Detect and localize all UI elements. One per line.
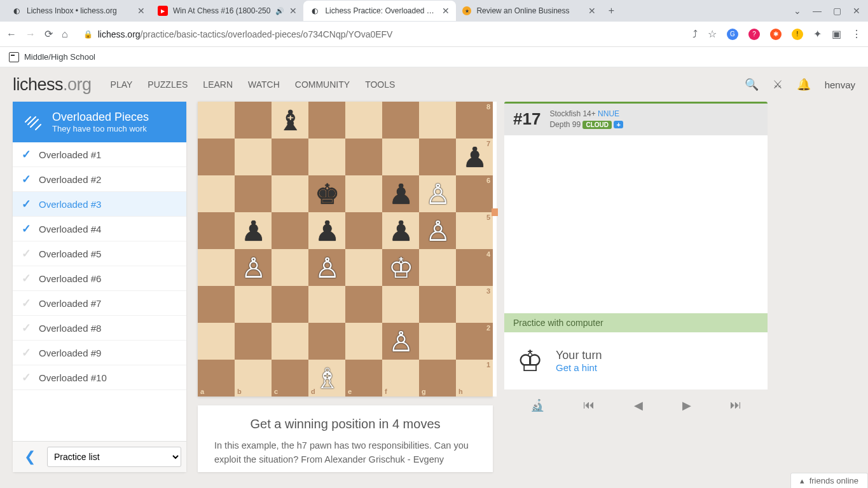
- square-f8[interactable]: [382, 102, 419, 139]
- square-d4[interactable]: ♙: [308, 249, 345, 286]
- square-e2[interactable]: [345, 323, 382, 360]
- square-h5[interactable]: 5: [456, 212, 493, 249]
- site-logo[interactable]: lichess.org: [13, 75, 92, 95]
- square-g2[interactable]: [419, 323, 456, 360]
- nav-learn[interactable]: LEARN: [203, 79, 233, 90]
- nav-play[interactable]: PLAY: [111, 79, 133, 90]
- puzzle-item[interactable]: ✓Overloaded #2: [13, 167, 186, 192]
- puzzle-item[interactable]: ✓Overloaded #4: [13, 217, 186, 241]
- back-icon[interactable]: ←: [6, 29, 17, 40]
- square-f4[interactable]: ♔: [382, 249, 419, 286]
- sidepanel-icon[interactable]: ▣: [832, 28, 841, 40]
- square-h2[interactable]: 2: [456, 323, 493, 360]
- square-g3[interactable]: [419, 286, 456, 323]
- square-g4[interactable]: [419, 249, 456, 286]
- extension-icon[interactable]: !: [792, 29, 803, 40]
- square-c6[interactable]: [272, 175, 308, 212]
- square-a5[interactable]: [198, 212, 235, 249]
- piece[interactable]: ♟: [315, 215, 340, 247]
- square-g1[interactable]: g: [419, 360, 456, 396]
- bookmark-item[interactable]: Middle/High School: [24, 52, 95, 62]
- square-a8[interactable]: [198, 102, 235, 139]
- square-a7[interactable]: [198, 139, 235, 175]
- search-icon[interactable]: 🔍: [745, 78, 759, 92]
- browser-tab[interactable]: ◐ Lichess Inbox • lichess.org ✕: [5, 1, 151, 21]
- puzzle-item[interactable]: ✓Overloaded #8: [13, 316, 186, 341]
- square-h1[interactable]: 1h: [456, 360, 493, 396]
- first-move-icon[interactable]: ⏮: [583, 398, 595, 412]
- square-c3[interactable]: [272, 286, 308, 323]
- piece[interactable]: ♙: [241, 252, 266, 284]
- next-move-icon[interactable]: ▶: [682, 398, 691, 412]
- back-button[interactable]: ❮: [18, 449, 42, 465]
- tab-close-icon[interactable]: ✕: [588, 6, 596, 16]
- browser-tab[interactable]: ◐ Lichess Practice: Overloaded Pie ✕: [303, 1, 456, 21]
- piece[interactable]: ♔: [389, 252, 413, 284]
- extension-icon[interactable]: ✱: [770, 29, 782, 40]
- last-move-icon[interactable]: ⏭: [730, 398, 741, 412]
- piece[interactable]: ♟: [389, 215, 413, 247]
- square-g6[interactable]: ♙: [419, 175, 456, 212]
- square-c2[interactable]: [272, 323, 308, 360]
- share-icon[interactable]: ⤴: [692, 29, 698, 40]
- piece[interactable]: ♝: [278, 104, 303, 137]
- microscope-icon[interactable]: 🔬: [530, 398, 544, 412]
- square-a6[interactable]: [198, 175, 235, 212]
- nav-community[interactable]: COMMUNITY: [295, 79, 350, 90]
- puzzle-item[interactable]: ✓Overloaded #3: [13, 192, 186, 217]
- piece[interactable]: ♙: [315, 252, 340, 284]
- piece[interactable]: ♙: [389, 325, 413, 358]
- square-b8[interactable]: [235, 102, 272, 139]
- tab-close-icon[interactable]: ✕: [442, 6, 450, 16]
- square-d8[interactable]: [308, 102, 345, 139]
- puzzle-item[interactable]: ✓Overloaded #1: [13, 142, 186, 167]
- square-g7[interactable]: [419, 139, 456, 175]
- browser-tab[interactable]: ★ Review an Online Business ✕: [456, 1, 602, 21]
- square-h7[interactable]: ♟7: [456, 139, 493, 175]
- puzzle-item[interactable]: ✓Overloaded #6: [13, 266, 186, 291]
- square-c8[interactable]: ♝: [272, 102, 308, 139]
- square-d2[interactable]: [308, 323, 345, 360]
- square-b1[interactable]: b: [235, 360, 272, 396]
- menu-icon[interactable]: ⋮: [851, 28, 862, 40]
- puzzle-item[interactable]: ✓Overloaded #7: [13, 291, 186, 316]
- audio-icon[interactable]: 🔊: [275, 7, 284, 15]
- square-h4[interactable]: 4: [456, 249, 493, 286]
- hint-link[interactable]: Get a hint: [556, 362, 602, 373]
- square-b3[interactable]: [235, 286, 272, 323]
- home-icon[interactable]: ⌂: [62, 29, 68, 40]
- square-a4[interactable]: [198, 249, 235, 286]
- square-d1[interactable]: ♗d: [308, 360, 345, 396]
- user-menu[interactable]: henvay: [825, 79, 855, 90]
- square-c5[interactable]: [272, 212, 308, 249]
- square-e8[interactable]: [345, 102, 382, 139]
- square-b4[interactable]: ♙: [235, 249, 272, 286]
- friends-bar[interactable]: ▴ friends online: [790, 473, 868, 488]
- square-a3[interactable]: [198, 286, 235, 323]
- star-icon[interactable]: ☆: [708, 28, 717, 40]
- square-c1[interactable]: c: [272, 360, 308, 396]
- square-b5[interactable]: ♟: [235, 212, 272, 249]
- square-d5[interactable]: ♟: [308, 212, 345, 249]
- square-h6[interactable]: 6: [456, 175, 493, 212]
- square-g5[interactable]: ♙: [419, 212, 456, 249]
- square-f1[interactable]: f: [382, 360, 419, 396]
- extension-icon[interactable]: G: [727, 29, 738, 40]
- square-f3[interactable]: [382, 286, 419, 323]
- square-c4[interactable]: [272, 249, 308, 286]
- piece[interactable]: ♚: [315, 178, 340, 210]
- nav-watch[interactable]: WATCH: [248, 79, 280, 90]
- reload-icon[interactable]: ⟳: [45, 28, 53, 40]
- puzzle-item[interactable]: ✓Overloaded #9: [13, 341, 186, 365]
- address-bar[interactable]: 🔒 lichess.org/practice/basic-tactics/ove…: [77, 29, 684, 39]
- nav-tools[interactable]: TOOLS: [365, 79, 395, 90]
- square-f7[interactable]: [382, 139, 419, 175]
- square-e1[interactable]: e: [345, 360, 382, 396]
- square-c7[interactable]: [272, 139, 308, 175]
- square-e5[interactable]: [345, 212, 382, 249]
- nav-puzzles[interactable]: PUZZLES: [148, 79, 188, 90]
- puzzle-item[interactable]: ✓Overloaded #10: [13, 365, 186, 390]
- new-tab-button[interactable]: +: [602, 5, 620, 17]
- tab-close-icon[interactable]: ✕: [137, 6, 145, 16]
- square-g8[interactable]: [419, 102, 456, 139]
